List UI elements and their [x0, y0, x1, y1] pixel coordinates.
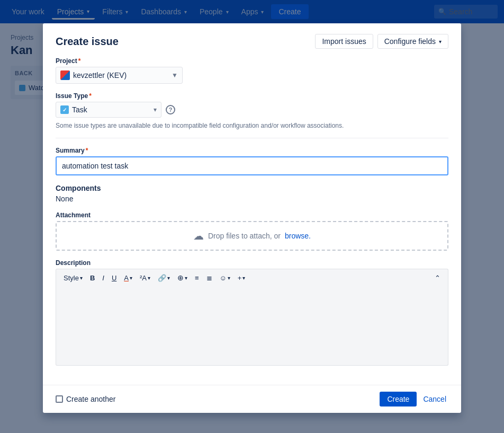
- bullet-list-button[interactable]: ≡: [192, 272, 202, 284]
- text-size-chevron-icon: ▾: [148, 275, 150, 281]
- import-issues-button[interactable]: Import issues: [315, 34, 373, 49]
- project-name: kevzettler (KEV): [73, 71, 168, 79]
- style-button[interactable]: Style ▾: [60, 272, 86, 284]
- issue-type-select[interactable]: ✓ Task ▾: [56, 102, 161, 118]
- summary-label: Summary *: [56, 147, 448, 154]
- description-field-group: Description Style ▾ B I U A ▾ ²A ▾: [56, 259, 448, 366]
- summary-field-group: Summary *: [56, 147, 448, 175]
- attachment-field-group: Attachment ☁ Drop files to attach, or br…: [56, 211, 448, 251]
- emoji-icon: ☺: [220, 274, 227, 282]
- style-chevron-icon: ▾: [80, 275, 83, 281]
- create-another-group: Create another: [56, 395, 115, 403]
- link-chevron-icon: ▾: [167, 275, 170, 281]
- components-field-group: Components None: [56, 184, 448, 203]
- text-size-button[interactable]: ²A ▾: [137, 272, 154, 284]
- more-icon: +: [238, 274, 242, 282]
- attachment-dropzone[interactable]: ☁ Drop files to attach, or browse.: [56, 221, 448, 251]
- components-value[interactable]: None: [56, 195, 448, 203]
- description-label: Description: [56, 259, 448, 267]
- collapse-toolbar-button[interactable]: ⌃: [431, 272, 444, 284]
- underline-button[interactable]: U: [109, 272, 120, 284]
- text-color-chevron-icon: ▾: [130, 275, 132, 281]
- link-button[interactable]: 🔗 ▾: [155, 272, 173, 284]
- issue-type-required: *: [89, 92, 92, 100]
- project-select[interactable]: kevzettler (KEV) ▼: [56, 67, 183, 84]
- modal-header: Create issue Import issues Configure fie…: [43, 23, 461, 57]
- collapse-icon: ⌃: [435, 274, 440, 282]
- attachment-text: Drop files to attach, or: [208, 232, 281, 240]
- italic-button[interactable]: I: [99, 272, 107, 284]
- project-label: Project *: [56, 57, 448, 65]
- modal-body: Project * kevzettler (KEV) ▼ Issue Type …: [43, 57, 461, 385]
- issue-type-field-group: Issue Type * ✓ Task ▾ ? Some issue types…: [56, 92, 448, 138]
- summary-required: *: [86, 147, 88, 154]
- text-color-button[interactable]: A ▾: [121, 272, 136, 284]
- description-editor[interactable]: [56, 286, 448, 366]
- project-field-group: Project * kevzettler (KEV) ▼: [56, 57, 448, 84]
- modal-header-actions: Import issues Configure fields ▾: [315, 34, 448, 49]
- insert-icon: ⊕: [177, 273, 184, 282]
- project-icon-graphic: [60, 70, 70, 80]
- issue-type-chevron-icon: ▾: [154, 106, 157, 113]
- bold-button[interactable]: B: [87, 272, 98, 284]
- issue-type-note: Some issue types are unavailable due to …: [56, 122, 448, 138]
- modal-footer: Create another Create Cancel: [43, 385, 461, 413]
- configure-fields-chevron-icon: ▾: [439, 39, 442, 45]
- project-icon: [60, 70, 70, 80]
- task-icon: ✓: [60, 105, 69, 114]
- cancel-button[interactable]: Cancel: [421, 392, 448, 407]
- issue-type-value: Task: [72, 105, 150, 114]
- project-required: *: [78, 57, 81, 65]
- more-button[interactable]: + ▾: [235, 272, 249, 284]
- upload-icon: ☁: [193, 229, 204, 242]
- attachment-label: Attachment: [56, 211, 448, 219]
- description-toolbar: Style ▾ B I U A ▾ ²A ▾ 🔗 ▾: [56, 269, 448, 286]
- components-label: Components: [56, 184, 448, 192]
- attachment-browse-link[interactable]: browse.: [285, 232, 311, 240]
- help-icon[interactable]: ?: [166, 105, 175, 114]
- create-another-checkbox[interactable]: [56, 395, 63, 403]
- project-select-chevron-icon: ▼: [172, 72, 178, 79]
- numbered-list-button[interactable]: ≣: [203, 272, 215, 284]
- create-another-label[interactable]: Create another: [66, 395, 115, 403]
- emoji-chevron-icon: ▾: [228, 275, 230, 281]
- summary-input[interactable]: [56, 156, 448, 175]
- issue-type-label: Issue Type *: [56, 92, 448, 100]
- modal-title: Create issue: [56, 36, 119, 48]
- configure-fields-button[interactable]: Configure fields ▾: [377, 34, 448, 49]
- issue-type-row: ✓ Task ▾ ?: [56, 102, 448, 118]
- more-chevron-icon: ▾: [242, 275, 245, 281]
- link-icon: 🔗: [158, 274, 166, 282]
- insert-button[interactable]: ⊕ ▾: [174, 271, 191, 284]
- create-submit-button[interactable]: Create: [380, 392, 417, 407]
- emoji-button[interactable]: ☺ ▾: [217, 272, 233, 284]
- insert-chevron-icon: ▾: [185, 275, 187, 281]
- create-issue-modal: Create issue Import issues Configure fie…: [43, 23, 461, 413]
